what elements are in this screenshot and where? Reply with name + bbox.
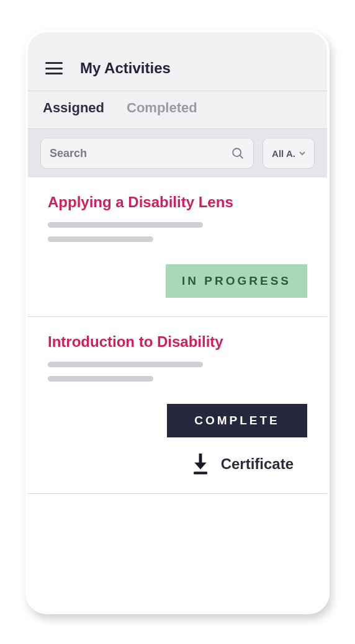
download-icon	[191, 454, 210, 475]
device-frame: My Activities Assigned Completed All A. …	[25, 30, 330, 614]
activity-card: Introduction to Disability COMPLETE Cert…	[28, 317, 327, 494]
menu-icon[interactable]	[45, 62, 63, 74]
activity-card: Applying a Disability Lens IN PROGRESS	[28, 177, 327, 317]
svg-rect-4	[194, 472, 207, 474]
activity-title[interactable]: Introduction to Disability	[48, 333, 307, 351]
app-header: My Activities	[28, 32, 327, 91]
tab-bar: Assigned Completed	[28, 91, 327, 129]
filter-select[interactable]: All A.	[263, 138, 315, 169]
page-title: My Activities	[80, 60, 171, 77]
svg-marker-3	[194, 463, 206, 470]
certificate-link[interactable]: Certificate	[191, 454, 307, 475]
search-icon	[231, 146, 245, 160]
tab-completed[interactable]: Completed	[127, 100, 197, 116]
svg-line-1	[240, 155, 243, 158]
search-input[interactable]	[50, 147, 231, 160]
activity-actions: IN PROGRESS	[48, 264, 307, 298]
activity-actions: COMPLETE Certificate	[48, 404, 307, 475]
placeholder-line	[48, 222, 203, 228]
svg-rect-2	[199, 454, 202, 464]
certificate-label: Certificate	[221, 455, 294, 473]
status-badge-in-progress[interactable]: IN PROGRESS	[166, 264, 307, 298]
activity-title[interactable]: Applying a Disability Lens	[48, 194, 307, 211]
tab-assigned[interactable]: Assigned	[43, 100, 104, 116]
chevron-down-icon	[299, 150, 305, 156]
search-box[interactable]	[40, 138, 254, 169]
status-badge-complete[interactable]: COMPLETE	[167, 404, 307, 437]
placeholder-line	[48, 236, 153, 242]
filter-selected-label: All A.	[272, 148, 295, 159]
filter-bar: All A.	[28, 129, 327, 177]
svg-point-0	[233, 148, 241, 156]
activity-list: Applying a Disability Lens IN PROGRESS I…	[28, 177, 327, 612]
placeholder-line	[48, 376, 153, 382]
placeholder-line	[48, 362, 203, 367]
